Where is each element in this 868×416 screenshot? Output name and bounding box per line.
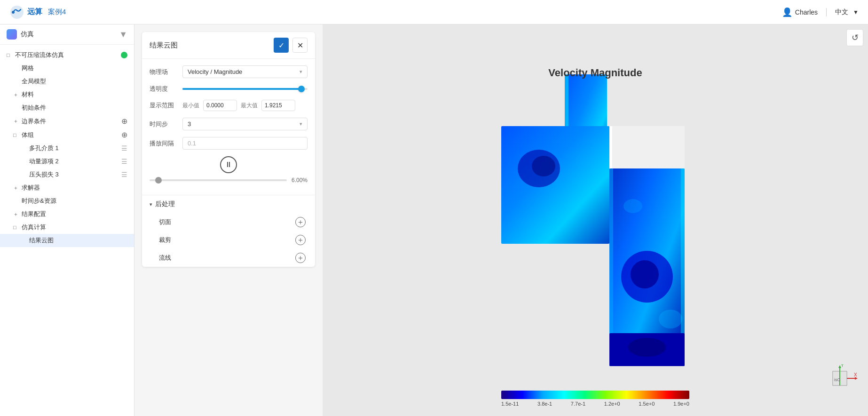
panel-area: 结果云图 ✓ ✕ 物理场 Velocity / Magnitude ▾ [134,24,323,416]
post-item-label: 切面 [159,218,171,226]
timestep-row: 时间步 3 ▾ [150,118,308,130]
menu-icon[interactable]: ☰ [121,144,127,152]
header-left: 远算 案例4 [9,5,66,20]
select-box[interactable]: Velocity / Magnitude ▾ [182,65,308,78]
panel-title: 结果云图 [150,41,178,50]
sidebar-tree: □ 不可压缩流体仿真 网格 全局模型 ＋ 材料 初始条件 [0,45,134,416]
post-item-label: 裁剪 [159,236,171,244]
physics-field-select[interactable]: Velocity / Magnitude ▾ [182,65,308,78]
sidebar-item-incompressible-sim[interactable]: □ 不可压缩流体仿真 [0,48,134,62]
language-selector[interactable]: 中文 [835,8,848,16]
post-item-clip: 裁剪 ＋ [142,231,315,249]
min-label: 最小值 [182,102,199,110]
add-cut-plane-button[interactable]: ＋ [295,217,306,227]
expand-icon[interactable]: ＋ [13,184,20,192]
slider-thumb[interactable] [298,86,305,92]
interval-label: 播放间隔 [150,139,178,148]
expand-icon[interactable]: □ [7,52,13,58]
sidebar-item-head-loss-3[interactable]: 压头损失 3 ☰ [0,168,134,181]
post-processing-section[interactable]: ▾ 后处理 [142,195,315,213]
header: 远算 案例4 👤 Charles 中文 ▼ [0,0,868,24]
interval-row: 播放间隔 [150,137,308,150]
sidebar-item-result-config[interactable]: ＋ 结果配置 [0,208,134,221]
sidebar-item-label: 体组 [22,131,119,139]
post-item-cut-plane: 切面 ＋ [142,213,315,231]
close-button[interactable]: ✕ [292,38,308,53]
transparency-label: 透明度 [150,85,178,93]
x-axis-label: X [854,372,857,377]
svg-rect-9 [609,126,612,168]
menu-icon[interactable]: ☰ [121,158,127,165]
confirm-button[interactable]: ✓ [274,38,289,53]
sidebar-item-label: 求解器 [22,184,127,192]
menu-icon[interactable]: ☰ [121,171,127,178]
sidebar-item-solver[interactable]: ＋ 求解器 [0,181,134,194]
progress-track [150,179,287,181]
add-volume-icon[interactable]: ⊕ [121,130,127,139]
transparency-row: 透明度 [150,85,308,93]
logo-icon [9,5,24,20]
max-value-input[interactable] [261,100,295,111]
sidebar-header-left: 仿真 [7,29,34,40]
expand-icon[interactable]: ＋ [13,211,20,218]
svg-point-14 [659,310,682,328]
pause-button[interactable]: ⏸ [220,156,237,173]
expand-icon[interactable]: □ [13,132,20,138]
add-streamline-button[interactable]: ＋ [295,253,306,263]
play-controls: ⏸ [150,156,308,173]
sidebar-item-label: 材料 [22,90,127,99]
progress-thumb[interactable] [155,177,162,184]
svg-point-1 [12,11,15,14]
post-item-streamline: 流线 ＋ [142,249,315,267]
sidebar-item-global-model[interactable]: 全局模型 [0,75,134,88]
transparency-slider[interactable] [182,88,308,90]
physics-field-row: 物理场 Velocity / Magnitude ▾ [150,65,308,78]
sidebar-item-mesh[interactable]: 网格 [0,62,134,75]
sidebar-item-label: 初始条件 [22,104,127,112]
sidebar-item-sim-calc[interactable]: □ 仿真计算 [0,221,134,234]
sidebar-item-materials[interactable]: ＋ 材料 [0,88,134,101]
expand-icon[interactable]: ＋ [13,118,20,125]
chevron-down-icon: ▾ [300,121,302,127]
expand-icon[interactable]: ＋ [13,91,20,98]
sidebar-item-label: 结果配置 [22,210,127,218]
user-name: Charles [795,8,818,16]
sidebar-item-boundary-conditions[interactable]: ＋ 边界条件 ⊕ [0,114,134,128]
add-boundary-icon[interactable]: ⊕ [121,117,127,126]
add-clip-button[interactable]: ＋ [295,235,306,245]
sidebar-item-volume-groups[interactable]: □ 体组 ⊕ [0,128,134,142]
logo-text: 远算 [27,7,42,17]
cfd-svg [473,74,718,366]
timestep-select[interactable]: 3 ▾ [182,118,308,130]
sidebar-item-result-contour[interactable]: 结果云图 [0,234,134,247]
select-value: Velocity / Magnitude [188,68,242,75]
min-value-input[interactable] [203,100,237,111]
expand-icon[interactable]: □ [13,224,20,230]
sidebar-item-timestep-resource[interactable]: 时间步&资源 [0,194,134,208]
language-arrow-icon[interactable]: ▼ [853,9,859,16]
sidebar-header: 仿真 ▼ [0,24,134,45]
svg-point-13 [623,199,642,213]
result-contour-panel: 结果云图 ✓ ✕ 物理场 Velocity / Magnitude ▾ [142,32,315,267]
sidebar-item-initial-conditions[interactable]: 初始条件 [0,101,134,114]
panel-actions: ✓ ✕ [274,38,308,53]
sidebar-collapse-button[interactable]: ▼ [119,30,127,40]
panel-body: 物理场 Velocity / Magnitude ▾ 透明度 [142,59,315,195]
colorbar-label-5: 1.9e+0 [673,401,689,407]
logo: 远算 [9,5,42,20]
post-item-label: 流线 [159,254,171,262]
sidebar-item-label: 网格 [22,64,127,72]
status-badge [121,52,127,58]
display-range-row: 显示范围 最小值 最大值 [150,100,308,111]
colorbar [501,391,689,399]
sidebar-item-momentum-2[interactable]: 动量源项 2 ☰ [0,155,134,168]
timestep-select-box[interactable]: 3 ▾ [182,118,308,130]
svg-point-6 [532,156,555,176]
project-name: 案例4 [48,8,66,16]
section-collapse-icon: ▾ [150,201,152,208]
interval-input[interactable] [182,137,308,150]
sidebar-item-porous-1[interactable]: 多孔介质 1 ☰ [0,142,134,155]
panel-header: 结果云图 ✓ ✕ [142,32,315,59]
sidebar-item-label: 结果云图 [29,236,127,245]
y-axis-label: Y [841,364,844,368]
